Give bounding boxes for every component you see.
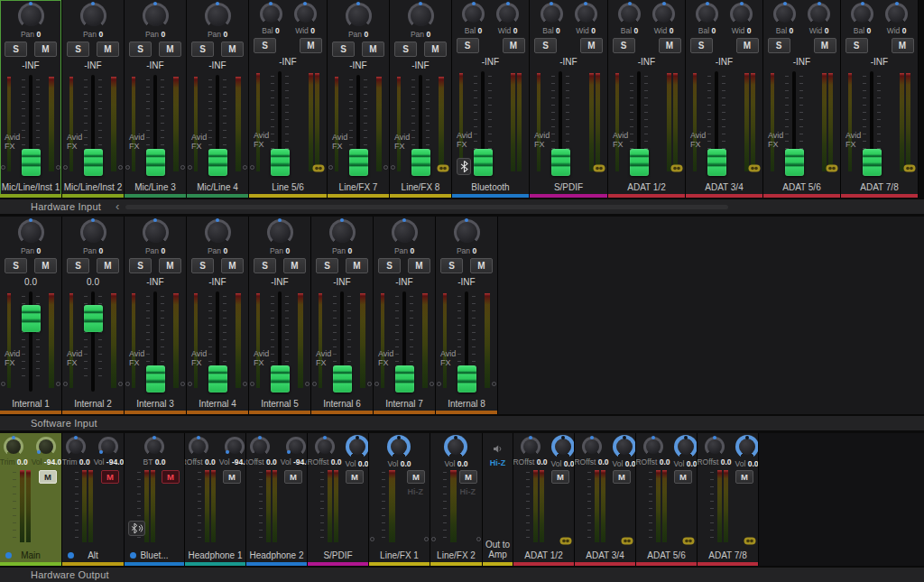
mute-button[interactable]: M [674, 470, 692, 484]
knob-vol[interactable] [387, 435, 411, 458]
channel-strip-s-pdif[interactable]: Bal 0Wid 0SM-INFAvid FXS/PDIF [530, 0, 607, 198]
knob-pan[interactable] [392, 219, 418, 245]
stereo-link-icon[interactable] [593, 164, 605, 172]
knob-roffst[interactable] [521, 437, 541, 457]
mute-button[interactable]: M [459, 470, 477, 484]
knob-vol[interactable] [613, 435, 635, 458]
channel-strip-internal-4[interactable]: Pan 0SM-INFAvid FXInternal 4 [187, 217, 248, 414]
mute-button[interactable]: M [408, 258, 430, 273]
channel-strip-alt[interactable]: Trim 0.0Vol -94.0MAlt [62, 433, 124, 566]
mute-button[interactable]: M [424, 42, 447, 57]
fader-handle[interactable] [630, 149, 649, 176]
knob-pan[interactable] [143, 3, 169, 29]
stereo-link-icon[interactable] [437, 164, 449, 172]
stereo-link-icon[interactable] [559, 537, 572, 545]
mute-button[interactable]: M [346, 470, 364, 484]
knob-wid[interactable] [730, 3, 753, 25]
fader-handle[interactable] [785, 149, 804, 176]
solo-button[interactable]: S [378, 258, 401, 273]
knob-pan[interactable] [205, 219, 231, 245]
knob-wid[interactable] [496, 3, 519, 25]
channel-strip-mic-line-inst-1[interactable]: Pan 0SM-INFAvid FXMic/Line/Inst 1 [0, 0, 61, 198]
mute-button[interactable]: M [223, 470, 241, 484]
fader-handle[interactable] [863, 149, 882, 176]
fader-handle[interactable] [395, 365, 414, 393]
solo-button[interactable]: S [845, 38, 868, 53]
fader-handle[interactable] [84, 305, 103, 332]
mute-button[interactable]: M [346, 258, 368, 273]
solo-button[interactable]: S [690, 38, 713, 53]
solo-button[interactable]: S [254, 38, 276, 53]
mute-button[interactable]: M [503, 38, 525, 53]
mute-button[interactable]: M [34, 42, 57, 57]
stereo-link-icon[interactable] [826, 164, 838, 172]
fader-handle[interactable] [22, 149, 41, 176]
mute-button[interactable]: M [39, 470, 57, 484]
mute-button[interactable]: M [736, 38, 759, 53]
fader-handle[interactable] [271, 149, 290, 176]
solo-button[interactable]: S [534, 38, 557, 53]
channel-strip-mic-line-inst-2[interactable]: Pan 0SM-INFAvid FXMic/Line/Inst 2 [62, 0, 124, 198]
knob-pan[interactable] [267, 219, 293, 245]
knob-wid[interactable] [652, 3, 675, 25]
channel-strip-line-5-6[interactable]: Bal 0Wid 0SM-INFAvid FXLine 5/6 [249, 0, 327, 198]
knob-wid[interactable] [885, 3, 908, 25]
fader-handle[interactable] [551, 149, 570, 176]
knob-bt[interactable] [144, 437, 164, 457]
knob-roffst[interactable] [315, 437, 335, 457]
knob-pan[interactable] [329, 219, 356, 245]
fader-handle[interactable] [271, 365, 290, 393]
knob-pan[interactable] [18, 219, 44, 245]
knob-bal[interactable] [618, 3, 641, 25]
knob-vol[interactable] [346, 435, 368, 458]
fader-handle[interactable] [349, 149, 368, 176]
channel-strip-internal-5[interactable]: Pan 0SM-INFAvid FXInternal 5 [249, 217, 310, 414]
fader-handle[interactable] [146, 149, 165, 176]
knob-wid[interactable] [808, 3, 830, 25]
mute-button[interactable]: M [221, 258, 244, 273]
channel-strip-adat-7-8[interactable]: Bal 0Wid 0SM-INFAvid FXADAT 7/8 [841, 0, 918, 198]
solo-button[interactable]: S [254, 258, 276, 273]
solo-button[interactable]: S [191, 42, 214, 57]
knob-vol[interactable] [444, 435, 467, 458]
knob-pan[interactable] [454, 219, 480, 245]
stereo-link-icon[interactable] [682, 537, 695, 545]
knob-roffst[interactable] [582, 437, 602, 457]
channel-strip-adat-1-2[interactable]: ROffst 0.0Vol 0.0MADAT 1/2 [513, 433, 574, 566]
mute-button[interactable]: M [551, 470, 569, 484]
mute-button[interactable]: M [34, 258, 57, 273]
channel-strip-out-to-amp[interactable]: Hi-ZOut to Amp [483, 433, 513, 566]
mute-button[interactable]: M [407, 470, 425, 484]
mute-button[interactable]: M [97, 42, 119, 57]
knob-vol[interactable] [36, 437, 56, 457]
stereo-link-icon[interactable] [744, 537, 756, 545]
channel-strip-adat-3-4[interactable]: ROffst 0.0Vol 0.0MADAT 3/4 [575, 433, 635, 566]
solo-button[interactable]: S [191, 258, 214, 273]
knob-bal[interactable] [462, 3, 485, 25]
knob-bal[interactable] [696, 3, 718, 25]
stereo-link-icon[interactable] [312, 164, 325, 172]
fader-handle[interactable] [22, 305, 41, 332]
mute-button[interactable]: M [159, 42, 181, 57]
solo-button[interactable]: S [316, 258, 338, 273]
knob-vol[interactable] [674, 435, 697, 458]
mute-button[interactable]: M [97, 258, 119, 273]
channel-strip-internal-8[interactable]: Pan 0SM-INFAvid FXInternal 8 [436, 217, 497, 414]
solo-button[interactable]: S [67, 258, 89, 273]
solo-button[interactable]: S [129, 42, 152, 57]
mute-button[interactable]: M [362, 42, 384, 57]
mute-button[interactable]: M [300, 38, 322, 53]
channel-strip-adat-1-2[interactable]: Bal 0Wid 0SM-INFAvid FXADAT 1/2 [608, 0, 685, 198]
mute-button[interactable]: M [470, 258, 493, 273]
channel-strip-adat-5-6[interactable]: Bal 0Wid 0SM-INFAvid FXADAT 5/6 [763, 0, 840, 198]
channel-strip-internal-1[interactable]: Pan 0SM0.0Avid FXInternal 1 [0, 217, 61, 414]
mute-button[interactable]: M [659, 38, 681, 53]
mute-button[interactable]: M [162, 470, 180, 484]
knob-bal[interactable] [541, 3, 563, 25]
knob-vol[interactable] [735, 435, 758, 458]
solo-button[interactable]: S [768, 38, 790, 53]
mute-button[interactable]: M [892, 38, 914, 53]
horizontal-scrollbar-thumb[interactable] [125, 205, 728, 209]
knob-pan[interactable] [80, 3, 106, 29]
bluetooth-button[interactable] [457, 158, 471, 175]
